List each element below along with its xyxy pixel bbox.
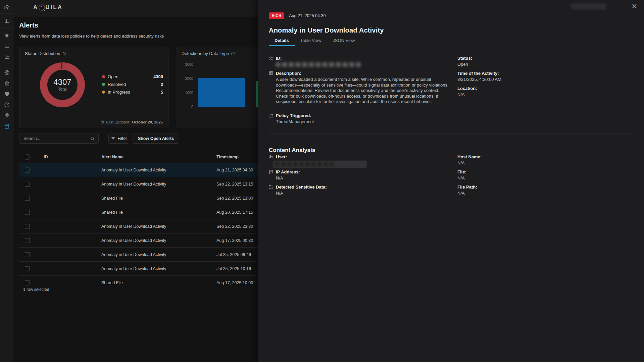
col-timestamp: Timestamp bbox=[216, 155, 239, 159]
id-label: ID: bbox=[276, 56, 282, 61]
row-checkbox[interactable] bbox=[25, 266, 30, 271]
row-checkbox[interactable] bbox=[25, 280, 30, 286]
alert-detail-panel: ✕ HIGH Aug 21, 2025 04:30 Anomaly in Use… bbox=[258, 0, 644, 362]
close-icon[interactable]: ✕ bbox=[631, 3, 637, 10]
page-title: Alerts bbox=[19, 21, 38, 29]
row-alert-name: Anomaly in User Download Activity bbox=[101, 168, 166, 172]
row-alert-name: Shared File bbox=[101, 210, 123, 215]
status-total-label: Total bbox=[58, 87, 66, 92]
row-checkbox[interactable] bbox=[25, 210, 30, 215]
col-alert-name: Alert Name bbox=[101, 155, 123, 159]
search-box bbox=[19, 134, 99, 144]
table-row[interactable]: Shared File Aug 20, 2025 17:15 bbox=[19, 205, 258, 219]
legend-item: Open 4300 bbox=[102, 74, 163, 79]
row-timestamp: Aug 21, 2025 04:30 bbox=[216, 168, 253, 172]
last-updated: Last Updated: October 20, 2025 bbox=[19, 120, 163, 124]
info-icon[interactable] bbox=[62, 52, 66, 56]
time-label: Time of the Activity: bbox=[457, 71, 499, 76]
user-email-redacted bbox=[273, 161, 367, 168]
detail-tabs: Details Table View JSON View bbox=[258, 35, 644, 46]
row-alert-name: Anomaly in User Download Activity bbox=[101, 224, 166, 229]
col-id: ID bbox=[44, 155, 48, 159]
file-value: N/A bbox=[457, 175, 465, 180]
shield-icon[interactable] bbox=[0, 89, 14, 99]
table-row[interactable]: Anomaly in User Download Activity Jul 25… bbox=[19, 261, 258, 276]
page-subtitle: View alerts from data loss policies to h… bbox=[19, 34, 164, 39]
row-timestamp: Jul 25, 2025 10:16 bbox=[216, 266, 251, 271]
gauge-icon[interactable] bbox=[0, 100, 14, 110]
bank-icon[interactable] bbox=[0, 78, 14, 88]
user-badge-icon[interactable] bbox=[0, 110, 14, 120]
bar-blue bbox=[198, 78, 245, 107]
row-checkbox[interactable] bbox=[25, 196, 30, 201]
legend-label: In Progress bbox=[108, 90, 130, 95]
id-value-redacted bbox=[276, 62, 361, 67]
rows-selected-status: 1 row selected bbox=[23, 287, 49, 292]
row-timestamp: Sep 22, 2025 23:30 bbox=[216, 224, 253, 229]
ip-value: N/A bbox=[276, 175, 283, 180]
legend-label: Open bbox=[108, 74, 118, 79]
folder-icon bbox=[268, 185, 274, 191]
brand-logo[interactable]: AUILA bbox=[33, 4, 63, 11]
table-row[interactable]: Shared File Sep 22, 2025 13:00 bbox=[19, 191, 258, 205]
status-donut-center: 4307 Total bbox=[47, 70, 78, 100]
row-alert-name: Anomaly in User Download Activity bbox=[101, 238, 166, 243]
search-input[interactable] bbox=[23, 136, 90, 141]
tab-json-view[interactable]: JSON View bbox=[327, 35, 360, 46]
target-icon[interactable] bbox=[0, 67, 14, 77]
row-checkbox[interactable] bbox=[25, 252, 30, 257]
filter-button[interactable]: Filter bbox=[108, 134, 129, 144]
row-checkbox[interactable] bbox=[25, 224, 30, 229]
table-header: ID Alert Name Timestamp bbox=[19, 151, 258, 163]
side-panel-icon[interactable] bbox=[0, 16, 14, 26]
brand-suffix: UILA bbox=[45, 4, 63, 11]
table-row[interactable]: Anomaly in User Download Activity Sep 22… bbox=[19, 177, 258, 191]
users-icon bbox=[268, 154, 274, 161]
policy-label: Policy Triggered: bbox=[276, 113, 311, 118]
legend-value: 2 bbox=[161, 82, 163, 87]
tab-table-view[interactable]: Table View bbox=[295, 35, 327, 46]
row-alert-name: Anomaly in User Download Activity bbox=[101, 266, 166, 271]
show-open-alerts-button[interactable]: Show Open Alerts bbox=[133, 134, 179, 144]
table-row[interactable]: Anomaly in User Download Activity Aug 17… bbox=[19, 233, 258, 248]
home-icon[interactable] bbox=[0, 2, 14, 12]
legend-value: 5 bbox=[161, 90, 163, 95]
file-label: File: bbox=[457, 169, 466, 174]
table-row[interactable]: Anomaly in User Download Activity Jul 25… bbox=[19, 247, 258, 262]
list-icon[interactable] bbox=[0, 41, 14, 51]
row-checkbox[interactable] bbox=[25, 238, 30, 243]
legend-dot-inprogress bbox=[102, 91, 105, 94]
status-card-title: Status Distribution bbox=[25, 51, 66, 56]
user-label: User: bbox=[276, 154, 287, 159]
row-checkbox[interactable] bbox=[25, 168, 30, 173]
star-icon[interactable] bbox=[0, 30, 14, 40]
row-alert-name: Anomaly in User Download Activity bbox=[101, 182, 166, 187]
info-icon[interactable] bbox=[231, 52, 235, 56]
table-row[interactable]: Anomaly in User Download Activity Aug 21… bbox=[19, 163, 258, 177]
row-alert-name: Shared File bbox=[101, 196, 123, 201]
legend-dot-resolved bbox=[102, 83, 105, 86]
y-tick: 1000 bbox=[180, 91, 193, 95]
host-value: N/A bbox=[457, 160, 465, 165]
row-timestamp: Aug 20, 2025 17:15 bbox=[216, 210, 253, 215]
row-checkbox[interactable] bbox=[25, 182, 30, 187]
description-label: Description: bbox=[276, 71, 301, 76]
description-text: A user downloaded a document from a site… bbox=[276, 77, 449, 105]
location-label: Location: bbox=[457, 86, 477, 91]
alert-datetime: Aug 21, 2025 04:30 bbox=[289, 13, 326, 18]
layout-grid-icon[interactable] bbox=[0, 52, 14, 62]
select-all-checkbox[interactable] bbox=[25, 154, 30, 159]
sidebar-rail bbox=[0, 0, 14, 362]
row-timestamp: Aug 17, 2025 10:00 bbox=[216, 280, 253, 285]
table-row[interactable]: Shared File Aug 17, 2025 10:00 bbox=[19, 275, 258, 290]
database-icon[interactable] bbox=[0, 121, 14, 131]
logo-q-icon bbox=[39, 4, 45, 11]
tab-details[interactable]: Details bbox=[269, 35, 295, 46]
table-row[interactable]: Anomaly in User Download Activity Sep 22… bbox=[19, 219, 258, 234]
alert-title: Anomaly in User Download Activity bbox=[269, 27, 384, 34]
dsd-value: N/A bbox=[276, 191, 283, 196]
ip-label: IP Address: bbox=[276, 169, 300, 174]
users-icon bbox=[268, 56, 274, 62]
legend-value: 4300 bbox=[153, 74, 163, 79]
status-label: Status: bbox=[457, 56, 472, 61]
